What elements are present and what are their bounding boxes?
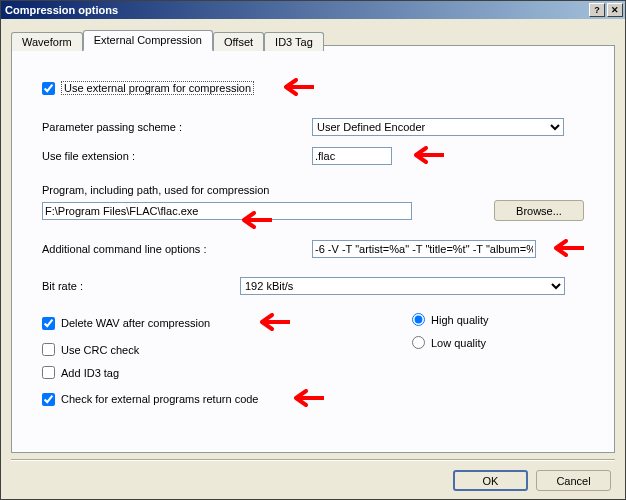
low-quality-radio[interactable] bbox=[412, 336, 425, 349]
check-return-label: Check for external programs return code bbox=[61, 393, 258, 405]
tab-external-compression[interactable]: External Compression bbox=[83, 30, 213, 51]
add-id3-label: Add ID3 tag bbox=[61, 367, 119, 379]
bitrate-label: Bit rate : bbox=[42, 280, 240, 292]
row-use-external: Use external program for compression bbox=[42, 78, 584, 98]
ok-button[interactable]: OK bbox=[453, 470, 528, 491]
help-button[interactable]: ? bbox=[589, 3, 605, 17]
use-ext-label: Use file extension : bbox=[42, 150, 312, 162]
program-path-input[interactable] bbox=[42, 202, 412, 220]
arrow-icon bbox=[544, 239, 584, 259]
use-crc-label: Use CRC check bbox=[61, 344, 139, 356]
browse-button[interactable]: Browse... bbox=[494, 200, 584, 221]
low-quality-label: Low quality bbox=[431, 337, 486, 349]
file-extension-input[interactable] bbox=[312, 147, 392, 165]
add-id3-checkbox[interactable] bbox=[42, 366, 55, 379]
title-bar: Compression options ? ✕ bbox=[1, 1, 625, 19]
arrow-icon bbox=[274, 78, 314, 98]
param-scheme-label: Parameter passing scheme : bbox=[42, 121, 312, 133]
bitrate-select[interactable]: 192 kBit/s bbox=[240, 277, 565, 295]
high-quality-radio[interactable] bbox=[412, 313, 425, 326]
high-quality-label: High quality bbox=[431, 314, 488, 326]
dialog-window: Compression options ? ✕ Waveform Externa… bbox=[0, 0, 626, 500]
use-external-checkbox[interactable] bbox=[42, 82, 55, 95]
param-scheme-select[interactable]: User Defined Encoder bbox=[312, 118, 564, 136]
separator-line bbox=[11, 459, 615, 461]
dialog-footer: OK Cancel bbox=[453, 470, 611, 491]
close-button[interactable]: ✕ bbox=[607, 3, 623, 17]
tab-offset[interactable]: Offset bbox=[213, 32, 264, 51]
arrow-icon bbox=[284, 389, 324, 409]
tab-panel: Use external program for compression Par… bbox=[11, 45, 615, 453]
cancel-button[interactable]: Cancel bbox=[536, 470, 611, 491]
delete-wav-checkbox[interactable] bbox=[42, 317, 55, 330]
use-crc-checkbox[interactable] bbox=[42, 343, 55, 356]
arrow-icon bbox=[232, 219, 272, 231]
tab-strip: Waveform External Compression Offset ID3… bbox=[11, 29, 615, 50]
window-controls: ? ✕ bbox=[589, 3, 623, 17]
tab-waveform[interactable]: Waveform bbox=[11, 32, 83, 51]
additional-cmd-input[interactable] bbox=[312, 240, 536, 258]
use-external-label: Use external program for compression bbox=[61, 81, 254, 95]
arrow-icon bbox=[404, 146, 444, 166]
tab-id3-tag[interactable]: ID3 Tag bbox=[264, 32, 324, 51]
additional-cmd-label: Additional command line options : bbox=[42, 243, 312, 255]
program-path-label: Program, including path, used for compre… bbox=[42, 184, 269, 196]
delete-wav-label: Delete WAV after compression bbox=[61, 317, 210, 329]
window-title: Compression options bbox=[3, 4, 589, 16]
check-return-checkbox[interactable] bbox=[42, 393, 55, 406]
arrow-icon bbox=[250, 313, 290, 333]
